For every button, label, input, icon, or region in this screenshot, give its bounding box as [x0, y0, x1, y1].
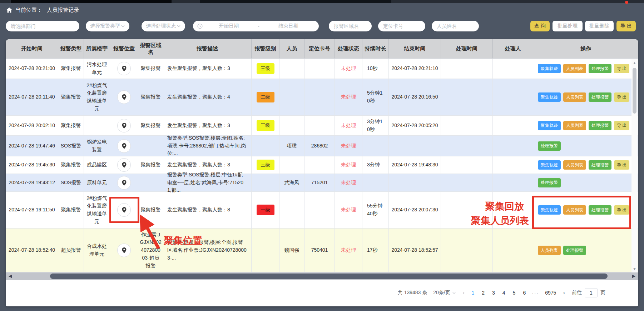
last-page-number[interactable]: 6975: [545, 290, 556, 296]
query-button[interactable]: 查 询: [530, 21, 550, 31]
alarm-level-badge: 一级: [257, 205, 274, 215]
cell-handler: [493, 116, 533, 135]
cell-handler: [493, 174, 533, 191]
page-number-6[interactable]: 6: [523, 290, 526, 296]
alarm-type-select[interactable]: 选择报警类型: [86, 21, 129, 31]
action-button-export[interactable]: 导 出: [614, 121, 629, 130]
cell-person: [279, 192, 304, 228]
cell-alarm-type: 聚集报警: [58, 116, 84, 135]
location-pin-button[interactable]: [117, 119, 131, 132]
action-button-gather-track[interactable]: 聚集轨迹: [538, 121, 561, 130]
action-button-gather-track[interactable]: 聚集轨迹: [538, 64, 561, 73]
action-button-handle-alarm[interactable]: 处理报警: [589, 121, 611, 130]
action-button-handle-alarm[interactable]: 处理报警: [538, 141, 561, 151]
action-button-handle-alarm[interactable]: 处理报警: [589, 160, 611, 170]
location-pin-button[interactable]: [117, 139, 131, 153]
page-size-select[interactable]: 20条/页: [433, 290, 456, 296]
vertical-scrollbar[interactable]: ▲ ▼: [631, 59, 638, 272]
export-button[interactable]: 导 出: [616, 21, 636, 31]
cell-person: [279, 116, 304, 135]
action-button-gather-track[interactable]: 聚集轨迹: [538, 92, 561, 102]
action-button-person-list[interactable]: 人员列表: [563, 64, 586, 73]
action-button-person-list[interactable]: 人员列表: [538, 246, 561, 255]
person-name-input[interactable]: [432, 21, 479, 31]
card-number-input[interactable]: [378, 21, 425, 31]
scroll-up-arrow-icon[interactable]: ▲: [631, 61, 638, 65]
action-button-person-list[interactable]: 人员列表: [563, 92, 586, 102]
cell-actions: 处理报警: [533, 174, 638, 191]
top-strip: [0, 0, 644, 3]
page-number-5[interactable]: 5: [513, 290, 516, 296]
page-unit-label: 页: [600, 290, 605, 296]
vertical-scrollbar-thumb[interactable]: [633, 68, 636, 114]
end-date-placeholder: 结束日期: [262, 23, 315, 29]
cell-alarm-location: [110, 136, 138, 156]
location-pin-button[interactable]: [117, 158, 131, 172]
page-number-3[interactable]: 3: [492, 290, 495, 296]
cell-handle-status: 未处理: [335, 174, 362, 191]
location-pin-button[interactable]: [117, 62, 131, 75]
column-header-13: 处理人: [493, 39, 533, 58]
prev-page-button[interactable]: ‹: [462, 289, 466, 296]
action-button-person-list[interactable]: 人员列表: [563, 121, 586, 130]
handle-status-placeholder: 选择处理状态: [146, 23, 176, 29]
batch-process-button[interactable]: 批量处理: [553, 21, 583, 31]
location-pin-button[interactable]: [117, 244, 131, 257]
cell-handler: [493, 59, 533, 79]
cell-handle-status: 未处理: [335, 156, 362, 174]
action-button-export[interactable]: 导 出: [614, 64, 629, 73]
column-header-10: 持续时长: [362, 39, 389, 58]
cell-handle-status: 未处理: [335, 136, 362, 156]
department-input[interactable]: [6, 21, 79, 31]
page-number-4[interactable]: 4: [502, 290, 505, 296]
date-range-picker[interactable]: 开始日期 - 结束日期: [193, 21, 319, 31]
goto-page-input[interactable]: [585, 288, 598, 297]
action-button-export[interactable]: 导 出: [614, 160, 629, 170]
horizontal-scrollbar-thumb[interactable]: [50, 274, 608, 279]
page-ellipsis[interactable]: ···: [532, 290, 539, 296]
cell-actions: 人员列表处理报警: [533, 229, 638, 272]
cell-card-number: [304, 192, 335, 228]
handle-status-select[interactable]: 选择处理状态: [142, 21, 185, 31]
cell-alarm-location: [110, 59, 138, 79]
start-date-placeholder: 开始日期: [203, 23, 255, 29]
annotation-playback-label: 聚集回放: [485, 200, 524, 213]
location-pin-button[interactable]: [117, 90, 131, 104]
cell-card-number: [304, 156, 335, 174]
chevron-down-icon: [121, 24, 125, 28]
cell-alarm-level: 一级: [252, 192, 279, 228]
cell-handle-status: 未处理: [335, 192, 362, 228]
cell-actions: 处理报警: [533, 136, 638, 156]
scroll-down-arrow-icon[interactable]: ▼: [631, 267, 638, 271]
cell-end-time: 2024-07-28 20:07:30: [389, 192, 441, 228]
action-button-export[interactable]: 导 出: [614, 92, 629, 102]
cell-handle-time: [441, 59, 493, 79]
action-button-handle-alarm[interactable]: 处理报警: [589, 64, 611, 73]
cell-person: [279, 156, 304, 174]
scroll-left-arrow-icon[interactable]: ◀: [9, 274, 12, 279]
table-header-row: 开始时间报警类型所属楼宇报警位置报警区域名报警描述报警级别人员定位卡号处理状态持…: [6, 39, 638, 59]
goto-page: 前往 页: [572, 288, 605, 297]
scroll-right-arrow-icon[interactable]: ▶: [632, 274, 635, 279]
action-button-person-list[interactable]: 人员列表: [563, 160, 586, 170]
action-button-handle-alarm[interactable]: 处理报警: [589, 92, 611, 102]
horizontal-scrollbar[interactable]: ◀ ▶: [6, 272, 638, 280]
batch-delete-button[interactable]: 批量删除: [585, 21, 614, 31]
table-row: 2024-07-28 20:02:10聚集报警聚集报警发生聚集报警，聚集人数：3…: [6, 116, 638, 136]
table-row: 2024-07-28 19:45:30聚集报警成品罐区聚集报警发生聚集报警，聚集…: [6, 156, 638, 174]
cell-alarm-location: [110, 229, 138, 272]
cell-end-time: 2024-07-28 20:21:10: [389, 59, 441, 79]
action-button-handle-alarm[interactable]: 处理报警: [563, 246, 586, 255]
page-number-2[interactable]: 2: [482, 290, 485, 296]
next-page-button[interactable]: ›: [562, 289, 566, 296]
area-name-input[interactable]: [329, 21, 372, 31]
cell-alarm-location: [110, 174, 138, 191]
cell-start-time: 2024-07-28 18:52:40: [6, 229, 58, 272]
table-row: 2024-07-28 19:43:12SOS报警原料单元报警类型:SOS报警,楼…: [6, 174, 638, 192]
page-number-1[interactable]: 1: [471, 290, 474, 296]
location-pin-button[interactable]: [117, 176, 131, 190]
cell-card-number: [304, 59, 335, 79]
action-button-handle-alarm[interactable]: 处理报警: [538, 178, 561, 187]
table-body: 2024-07-28 20:21:00聚集报警污水处理单元聚集报警发生聚集报警，…: [6, 59, 638, 272]
action-button-gather-track[interactable]: 聚集轨迹: [538, 160, 561, 170]
